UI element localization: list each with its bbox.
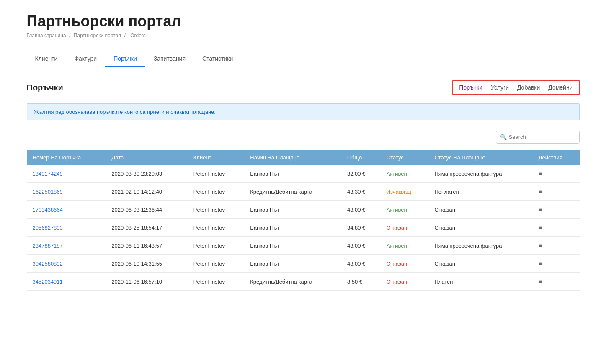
cell-payment-method: Кредитна/Дебитна карта [244, 183, 341, 201]
cell-payment-status: Няма просрочена фактура [428, 165, 532, 183]
sub-tab-domeyni[interactable]: Домейни [548, 83, 572, 92]
cell-date: 2020-08-25 18:54:17 [106, 219, 187, 237]
cell-actions: ≡ [533, 255, 580, 273]
cell-order-id: 2056827893 [27, 219, 106, 237]
order-id-link[interactable]: 3452034911 [33, 279, 63, 285]
cell-total: 48.00 € [341, 237, 381, 255]
cell-client: Peter Hristov [188, 219, 245, 237]
cell-payment-status: Отказан [428, 255, 532, 273]
cell-total: 34.80 € [341, 219, 381, 237]
sub-tabs: Поръчки Услуги Добавки Домейни [452, 80, 579, 95]
cell-actions: ≡ [533, 183, 580, 201]
tab-statistiki[interactable]: Статистики [194, 51, 241, 67]
cell-order-id: 1622501869 [27, 183, 106, 201]
order-id-link[interactable]: 1349174249 [33, 171, 63, 177]
actions-icon[interactable]: ≡ [539, 278, 542, 285]
cell-actions: ≡ [533, 219, 580, 237]
sub-tab-dobavki[interactable]: Добавки [517, 83, 540, 92]
table-row: 1349174249 2020-03-30 23:20:03 Peter Hri… [27, 165, 580, 183]
actions-icon[interactable]: ≡ [539, 188, 542, 195]
cell-order-id: 2347887187 [27, 237, 106, 255]
cell-total: 32.00 € [341, 165, 381, 183]
col-payment-status: Статус На Плащане [428, 150, 532, 165]
cell-payment-status: Отказан [428, 219, 532, 237]
cell-payment-method: Банков Път [244, 165, 341, 183]
breadcrumb: Главна страница / Партньорски портал / O… [27, 33, 580, 38]
order-id-link[interactable]: 1622501869 [33, 189, 63, 195]
table-header: Номер На Поръчка Дата Клиент Начин На Пл… [27, 150, 580, 165]
cell-payment-method: Банков Път [244, 255, 341, 273]
tab-zapitvaniya[interactable]: Запитвания [145, 51, 194, 67]
orders-table: Номер На Поръчка Дата Клиент Начин На Пл… [27, 150, 580, 291]
order-id-link[interactable]: 2056827893 [33, 225, 63, 231]
cell-actions: ≡ [533, 273, 580, 291]
cell-order-id: 3042580892 [27, 255, 106, 273]
breadcrumb-home[interactable]: Главна страница [27, 33, 66, 38]
cell-client: Peter Hristov [188, 165, 245, 183]
cell-date: 2020-06-10 14:31:55 [106, 255, 187, 273]
cell-client: Peter Hristov [188, 237, 245, 255]
order-id-link[interactable]: 1703438664 [33, 207, 63, 213]
search-icon: 🔍 [500, 134, 507, 140]
col-date: Дата [106, 150, 187, 165]
main-tabs: Клиенти Фактури Поръчки Запитвания Стати… [27, 51, 580, 67]
actions-icon[interactable]: ≡ [539, 224, 542, 231]
col-payment-method: Начин На Плащане [244, 150, 341, 165]
table-row: 3452034911 2020-11-06 16:57:10 Peter Hri… [27, 273, 580, 291]
cell-payment-status: Няма просрочена фактура [428, 237, 532, 255]
col-client: Клиент [188, 150, 245, 165]
cell-client: Peter Hristov [188, 201, 245, 219]
cell-client: Peter Hristov [188, 255, 245, 273]
cell-date: 2020-06-11 16:43:57 [106, 237, 187, 255]
cell-status: Отказан [381, 219, 429, 237]
cell-actions: ≡ [533, 165, 580, 183]
table-row: 3042580892 2020-06-10 14:31:55 Peter Hri… [27, 255, 580, 273]
cell-client: Peter Hristov [188, 273, 245, 291]
section-title: Поръчки [27, 83, 63, 92]
col-order-number: Номер На Поръчка [27, 150, 106, 165]
actions-icon[interactable]: ≡ [539, 206, 542, 213]
search-input[interactable] [496, 131, 580, 144]
tab-fakturi[interactable]: Фактури [66, 51, 105, 67]
cell-payment-status: Платен [428, 273, 532, 291]
sub-tab-porychki[interactable]: Поръчки [459, 83, 482, 92]
breadcrumb-current: Orders [130, 33, 146, 38]
cell-payment-status: Отказан [428, 201, 532, 219]
tab-porychki[interactable]: Поръчки [105, 51, 145, 67]
cell-payment-method: Кредитна/Дебитна карта [244, 273, 341, 291]
actions-icon[interactable]: ≡ [539, 260, 542, 267]
col-actions: Действия [533, 150, 580, 165]
cell-total: 48.00 € [341, 201, 381, 219]
cell-order-id: 1349174249 [27, 165, 106, 183]
order-id-link[interactable]: 2347887187 [33, 243, 63, 249]
cell-total: 8.50 € [341, 273, 381, 291]
cell-status: Отказан [381, 255, 429, 273]
cell-order-id: 3452034911 [27, 273, 106, 291]
tab-klienti[interactable]: Клиенти [27, 51, 66, 67]
cell-payment-method: Банков Път [244, 237, 341, 255]
cell-status: Отказан [381, 273, 429, 291]
cell-status: Активен [381, 237, 429, 255]
page-title: Партньорски портал [27, 13, 580, 30]
cell-status: Изчакващ [381, 183, 429, 201]
col-status: Статус [381, 150, 429, 165]
section-header: Поръчки Поръчки Услуги Добавки Домейни [27, 80, 580, 95]
breadcrumb-portal[interactable]: Партньорски портал [74, 33, 121, 38]
order-id-link[interactable]: 3042580892 [33, 261, 63, 267]
cell-actions: ≡ [533, 237, 580, 255]
actions-icon[interactable]: ≡ [539, 170, 542, 177]
search-bar-row: 🔍 [27, 131, 580, 144]
cell-date: 2020-06-03 12:36:44 [106, 201, 187, 219]
search-wrapper: 🔍 [496, 131, 580, 144]
table-row: 2056827893 2020-08-25 18:54:17 Peter Hri… [27, 219, 580, 237]
table-row: 1622501869 2021-02-10 14:12:40 Peter Hri… [27, 183, 580, 201]
cell-client: Peter Hristov [188, 183, 245, 201]
actions-icon[interactable]: ≡ [539, 242, 542, 249]
cell-status: Активен [381, 165, 429, 183]
cell-date: 2020-03-30 23:20:03 [106, 165, 187, 183]
sub-tab-uslugi[interactable]: Услуги [491, 83, 509, 92]
cell-total: 48.00 € [341, 255, 381, 273]
cell-status: Активен [381, 201, 429, 219]
cell-date: 2021-02-10 14:12:40 [106, 183, 187, 201]
cell-date: 2020-11-06 16:57:10 [106, 273, 187, 291]
